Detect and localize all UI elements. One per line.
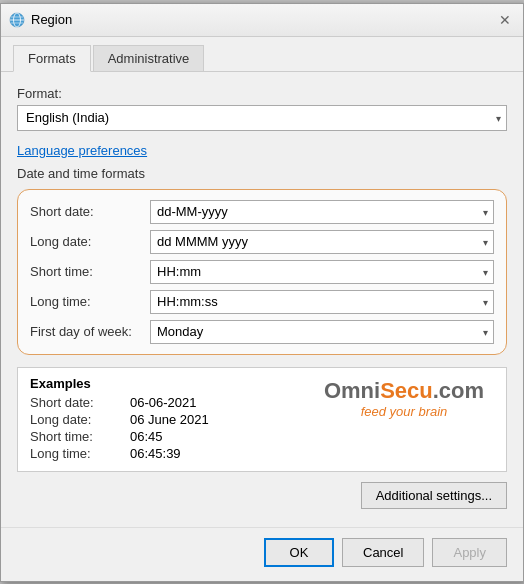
- long-date-select[interactable]: dd MMMM yyyy: [150, 230, 494, 254]
- datetime-section-title: Date and time formats: [17, 166, 507, 181]
- format-select-wrapper: English (India) ▾: [17, 105, 507, 131]
- example-short-date: Short date: 06-06-2021: [30, 395, 314, 410]
- first-day-select[interactable]: Monday: [150, 320, 494, 344]
- dialog-content: Format: English (India) ▾ Language prefe…: [1, 72, 523, 523]
- apply-button[interactable]: Apply: [432, 538, 507, 567]
- format-select[interactable]: English (India): [17, 105, 507, 131]
- example-long-date: Long date: 06 June 2021: [30, 412, 314, 427]
- title-bar: Region ✕: [1, 4, 523, 37]
- window-title: Region: [31, 12, 72, 27]
- first-day-label: First day of week:: [30, 324, 150, 339]
- region-dialog: Region ✕ Formats Administrative Format: …: [0, 3, 524, 582]
- example-long-time-value: 06:45:39: [130, 446, 181, 461]
- cancel-button[interactable]: Cancel: [342, 538, 424, 567]
- tab-formats[interactable]: Formats: [13, 45, 91, 72]
- title-bar-left: Region: [9, 12, 72, 28]
- format-group: Format: English (India) ▾: [17, 86, 507, 131]
- examples-section: Examples Short date: 06-06-2021 Long dat…: [17, 367, 507, 472]
- long-date-row: Long date: dd MMMM yyyy ▾: [30, 230, 494, 254]
- watermark-omni: Omni: [324, 378, 380, 403]
- format-label: Format:: [17, 86, 507, 101]
- globe-icon: [9, 12, 25, 28]
- long-date-label: Long date:: [30, 234, 150, 249]
- example-long-date-label: Long date:: [30, 412, 130, 427]
- example-short-time-value: 06:45: [130, 429, 163, 444]
- long-time-select[interactable]: HH:mm:ss: [150, 290, 494, 314]
- examples-left: Examples Short date: 06-06-2021 Long dat…: [30, 376, 314, 463]
- tab-bar: Formats Administrative: [1, 37, 523, 72]
- watermark: OmniSecu.com feed your brain: [314, 376, 494, 463]
- long-time-label: Long time:: [30, 294, 150, 309]
- example-long-date-value: 06 June 2021: [130, 412, 209, 427]
- dialog-buttons: OK Cancel Apply: [1, 527, 523, 581]
- watermark-secu: Secu: [380, 378, 433, 403]
- close-button[interactable]: ✕: [495, 10, 515, 30]
- examples-wrapper: Examples Short date: 06-06-2021 Long dat…: [30, 376, 494, 463]
- language-preferences-link[interactable]: Language preferences: [17, 143, 147, 158]
- watermark-title: OmniSecu.com: [314, 378, 494, 404]
- short-date-label: Short date:: [30, 204, 150, 219]
- example-long-time-label: Long time:: [30, 446, 130, 461]
- long-time-row: Long time: HH:mm:ss ▾: [30, 290, 494, 314]
- short-time-label: Short time:: [30, 264, 150, 279]
- short-time-row: Short time: HH:mm ▾: [30, 260, 494, 284]
- first-day-row: First day of week: Monday ▾: [30, 320, 494, 344]
- example-short-date-value: 06-06-2021: [130, 395, 197, 410]
- tab-administrative[interactable]: Administrative: [93, 45, 205, 71]
- datetime-formats-section: Short date: dd-MM-yyyy ▾ Long date: dd M…: [17, 189, 507, 355]
- short-time-select[interactable]: HH:mm: [150, 260, 494, 284]
- example-short-time: Short time: 06:45: [30, 429, 314, 444]
- watermark-subtitle: feed your brain: [314, 404, 494, 419]
- additional-settings-button[interactable]: Additional settings...: [361, 482, 507, 509]
- short-date-select[interactable]: dd-MM-yyyy: [150, 200, 494, 224]
- short-date-row: Short date: dd-MM-yyyy ▾: [30, 200, 494, 224]
- ok-button[interactable]: OK: [264, 538, 334, 567]
- example-short-date-label: Short date:: [30, 395, 130, 410]
- examples-title: Examples: [30, 376, 314, 391]
- example-long-time: Long time: 06:45:39: [30, 446, 314, 461]
- watermark-com: .com: [433, 378, 484, 403]
- example-short-time-label: Short time:: [30, 429, 130, 444]
